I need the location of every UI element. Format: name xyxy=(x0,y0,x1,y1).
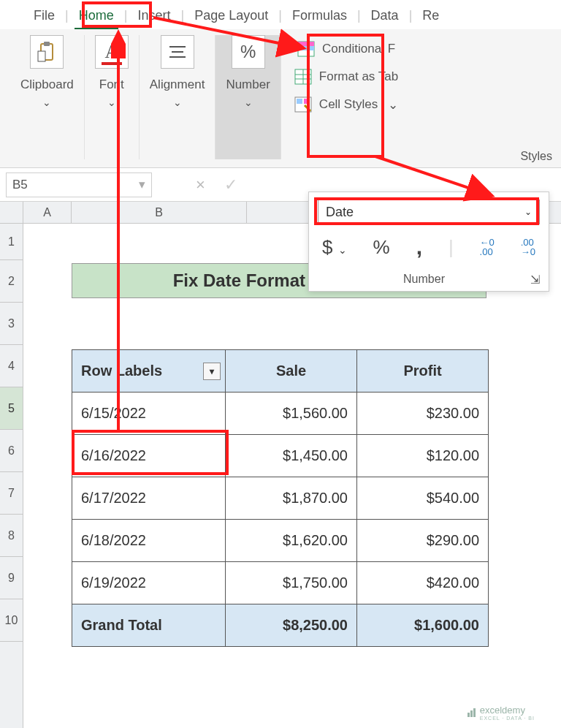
filter-dropdown-icon[interactable]: ▾ xyxy=(203,363,221,380)
svg-rect-17 xyxy=(470,710,473,717)
name-box-value: B5 xyxy=(12,178,28,192)
chevron-down-icon: ⌄ xyxy=(388,97,398,113)
svg-rect-15 xyxy=(304,99,310,104)
row-header[interactable]: 4 xyxy=(0,345,23,387)
chevron-down-icon[interactable]: ▾ xyxy=(139,177,145,192)
table-header-sale[interactable]: Sale xyxy=(226,350,357,393)
group-styles: Conditional F Format as Tab Cell Styles … xyxy=(281,35,408,159)
cell-styles-button[interactable]: Cell Styles ⌄ xyxy=(294,91,398,118)
percent-icon: % xyxy=(232,35,265,69)
table-row[interactable]: 6/15/2022$1,560.00$230.00 xyxy=(72,393,489,435)
group-font[interactable]: A Font ⌄ xyxy=(85,35,140,159)
dialog-launcher-icon[interactable]: ⇲ xyxy=(530,273,540,287)
svg-rect-7 xyxy=(298,42,314,46)
format-as-table-button[interactable]: Format as Tab xyxy=(294,63,398,91)
tab-review[interactable]: Re xyxy=(412,4,449,29)
group-label: Alignment xyxy=(150,77,205,92)
ribbon-tabs: File | Home | Insert | Page Layout | For… xyxy=(0,0,561,29)
row-header[interactable]: 10 xyxy=(0,599,23,642)
clipboard-icon xyxy=(30,35,64,69)
svg-rect-16 xyxy=(468,713,470,717)
group-clipboard[interactable]: Clipboard ⌄ xyxy=(10,35,85,159)
tab-data[interactable]: Data xyxy=(361,4,409,29)
chevron-down-icon[interactable]: ⌄ xyxy=(42,96,51,108)
grid: 1 2 3 4 5 6 7 8 9 10 Fix Date Format Man… xyxy=(0,224,561,728)
popover-footer-label: Number xyxy=(318,273,530,287)
tab-formulas[interactable]: Formulas xyxy=(282,4,357,29)
group-label: Number xyxy=(226,77,270,92)
chevron-down-icon[interactable]: ⌄ xyxy=(244,96,253,108)
styles-label: Format as Tab xyxy=(319,69,398,84)
svg-rect-2 xyxy=(38,51,45,61)
group-label-styles: Styles xyxy=(520,150,552,163)
svg-rect-8 xyxy=(298,46,314,50)
alignment-icon xyxy=(161,35,194,69)
row-headers: 1 2 3 4 5 6 7 8 9 10 xyxy=(0,224,23,728)
tab-insert[interactable]: Insert xyxy=(127,4,180,29)
table-row[interactable]: 6/19/2022$1,750.00$420.00 xyxy=(72,562,489,604)
tab-page-layout[interactable]: Page Layout xyxy=(184,4,278,29)
watermark: exceldemyEXCEL · DATA · BI xyxy=(467,705,535,721)
header-text: Row Labels xyxy=(81,363,162,379)
number-format-value: Date xyxy=(326,205,354,220)
row-header[interactable]: 9 xyxy=(0,557,23,599)
group-label: Clipboard xyxy=(20,77,74,92)
styles-label: Conditional F xyxy=(322,42,395,56)
name-box[interactable]: B5 ▾ xyxy=(6,172,152,197)
confirm-icon[interactable]: ✓ xyxy=(224,175,237,194)
table-row[interactable]: 6/17/2022$1,870.00$540.00 xyxy=(72,477,489,520)
row-header[interactable]: 3 xyxy=(0,303,23,345)
row-header[interactable]: 8 xyxy=(0,515,23,557)
group-alignment[interactable]: Alignment ⌄ xyxy=(140,35,216,159)
table-header-rowlabels[interactable]: Row Labels ▾ xyxy=(72,350,226,393)
font-icon: A xyxy=(95,35,129,69)
group-label: Font xyxy=(99,77,124,92)
table-row[interactable]: 6/16/2022$1,450.00$120.00 xyxy=(72,435,489,477)
tab-file[interactable]: File xyxy=(23,4,65,29)
svg-rect-1 xyxy=(44,42,50,46)
percent-button[interactable]: % xyxy=(373,236,390,259)
row-header[interactable]: 1 xyxy=(0,224,23,260)
comma-button[interactable]: , xyxy=(416,235,422,259)
styles-label: Cell Styles xyxy=(319,97,378,112)
conditional-formatting-button[interactable]: Conditional F xyxy=(297,35,395,63)
currency-button[interactable]: $ ⌄ xyxy=(322,236,347,259)
increase-decimal-button[interactable]: ←0 .00 xyxy=(480,238,495,257)
svg-rect-14 xyxy=(297,99,302,104)
number-format-popover: Date ⌄ $ ⌄ % , | ←0 .00 .00 →0 Number ⇲ xyxy=(308,192,549,292)
row-header[interactable]: 7 xyxy=(0,472,23,515)
row-header[interactable]: 6 xyxy=(0,430,23,472)
chevron-down-icon[interactable]: ⌄ xyxy=(524,207,532,217)
chevron-down-icon[interactable]: ⌄ xyxy=(173,96,182,108)
ribbon-home: Clipboard ⌄ A Font ⌄ Alignment ⌄ % Numbe… xyxy=(0,29,561,168)
table-row-total[interactable]: Grand Total$8,250.00$1,600.00 xyxy=(72,604,489,647)
decrease-decimal-button[interactable]: .00 →0 xyxy=(521,238,535,257)
column-header-b[interactable]: B xyxy=(72,202,247,223)
tab-home[interactable]: Home xyxy=(69,4,124,29)
cancel-icon[interactable]: × xyxy=(196,175,205,194)
chevron-down-icon[interactable]: ⌄ xyxy=(107,96,116,108)
group-number[interactable]: % Number ⌄ xyxy=(215,35,280,159)
number-format-select[interactable]: Date ⌄ xyxy=(318,200,540,224)
sheet-body[interactable]: Fix Date Format Manually Row Labels ▾ Sa… xyxy=(23,224,561,728)
row-header[interactable]: 2 xyxy=(0,260,23,303)
table-row[interactable]: 6/18/2022$1,620.00$290.00 xyxy=(72,520,489,562)
pivot-table: Row Labels ▾ Sale Profit 6/15/2022$1,560… xyxy=(72,349,489,647)
svg-rect-18 xyxy=(473,708,476,717)
table-header-profit[interactable]: Profit xyxy=(357,350,489,393)
column-header-a[interactable]: A xyxy=(23,202,72,223)
row-header[interactable]: 5 xyxy=(0,387,23,430)
